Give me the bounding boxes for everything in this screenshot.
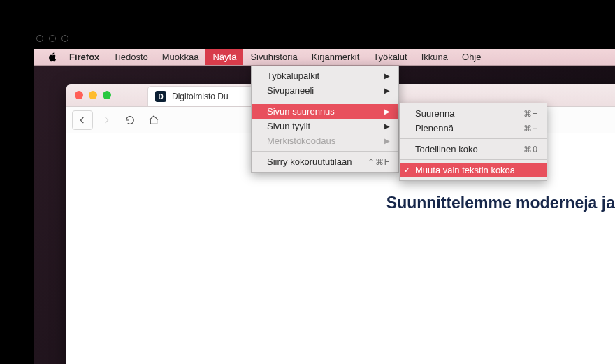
menu-item-zoom-out[interactable]: Pienennä ⌘− [400, 121, 547, 136]
forward-button[interactable] [96, 110, 117, 130]
menu-tools[interactable]: Työkalut [366, 49, 414, 65]
view-menu-dropdown: Työkalupalkit ▶ Sivupaneeli ▶ Sivun suur… [251, 66, 399, 173]
shortcut-label: ⌘0 [523, 145, 538, 154]
reload-button[interactable] [120, 110, 140, 130]
menu-edit[interactable]: Muokkaa [155, 49, 206, 65]
menu-item-actual-size[interactable]: Todellinen koko ⌘0 [400, 142, 547, 156]
menu-file[interactable]: Tiedosto [106, 49, 154, 65]
window-traffic-lights [66, 91, 120, 99]
check-icon: ✓ [404, 166, 410, 175]
menu-item-fullscreen[interactable]: Siirry kokoruututilaan ⌃⌘F [252, 154, 398, 169]
menu-bookmarks[interactable]: Kirjanmerkit [305, 49, 367, 65]
menu-item-zoom[interactable]: Sivun suurennus ▶ [252, 104, 398, 119]
menu-separator [252, 151, 398, 152]
menu-item-page-style[interactable]: Sivun tyylit ▶ [252, 119, 398, 133]
back-button[interactable] [72, 110, 93, 130]
menu-window[interactable]: Ikkuna [414, 49, 455, 65]
menu-item-toolbars[interactable]: Työkalupalkit ▶ [252, 68, 398, 83]
menu-item-label: Työkalupalkit [267, 71, 319, 81]
menu-item-label: Muuta vain tekstin kokoa [415, 165, 515, 175]
menu-item-label: Merkistökoodaus [267, 136, 335, 146]
menu-item-label: Pienennä [415, 123, 454, 133]
menu-item-encoding: Merkistökoodaus ▶ [252, 133, 398, 148]
menu-item-label: Todellinen koko [415, 144, 478, 154]
macos-menubar: Firefox Tiedosto Muokkaa Näytä Sivuhisto… [34, 49, 615, 66]
maximize-window-button[interactable] [103, 91, 111, 99]
home-button[interactable] [143, 110, 164, 130]
menu-history[interactable]: Sivuhistoria [243, 49, 304, 65]
menu-help[interactable]: Ohje [455, 49, 488, 65]
menu-separator [252, 101, 398, 101]
apple-menu[interactable] [42, 49, 62, 65]
submenu-arrow-icon: ▶ [384, 87, 390, 94]
menu-item-label: Suurenna [415, 108, 454, 119]
menu-item-label: Siirry kokoruututilaan [267, 156, 352, 167]
shortcut-label: ⌃⌘F [368, 157, 390, 167]
menu-item-label: Sivun suurennus [267, 106, 335, 117]
zoom-submenu-dropdown: Suurenna ⌘+ Pienennä ⌘− Todellinen koko … [399, 103, 547, 181]
page-heading: Suunnittelemme moderneja ja [386, 194, 615, 212]
menu-item-label: Sivun tyylit [267, 121, 310, 131]
menu-separator [400, 138, 547, 139]
outer-window-controls [36, 35, 68, 42]
shortcut-label: ⌘− [523, 124, 538, 133]
tab-title: Digitoimisto Du [172, 92, 229, 101]
minimize-window-button[interactable] [89, 91, 97, 99]
menu-item-zoom-in[interactable]: Suurenna ⌘+ [400, 106, 547, 121]
submenu-arrow-icon: ▶ [384, 108, 390, 115]
close-window-button[interactable] [75, 91, 83, 99]
favicon: D [155, 91, 166, 102]
menu-app-firefox[interactable]: Firefox [62, 49, 106, 65]
menu-separator [400, 159, 547, 160]
menu-item-zoom-text-only[interactable]: ✓ Muuta vain tekstin kokoa [400, 163, 547, 177]
menu-view[interactable]: Näytä [205, 49, 243, 65]
menu-item-label: Sivupaneeli [267, 85, 314, 96]
shortcut-label: ⌘+ [523, 109, 538, 119]
submenu-arrow-icon: ▶ [384, 122, 390, 130]
submenu-arrow-icon: ▶ [384, 137, 390, 145]
browser-tab[interactable]: D Digitoimisto Du [147, 86, 252, 106]
menu-item-sidebar[interactable]: Sivupaneeli ▶ [252, 83, 398, 98]
submenu-arrow-icon: ▶ [384, 72, 390, 80]
